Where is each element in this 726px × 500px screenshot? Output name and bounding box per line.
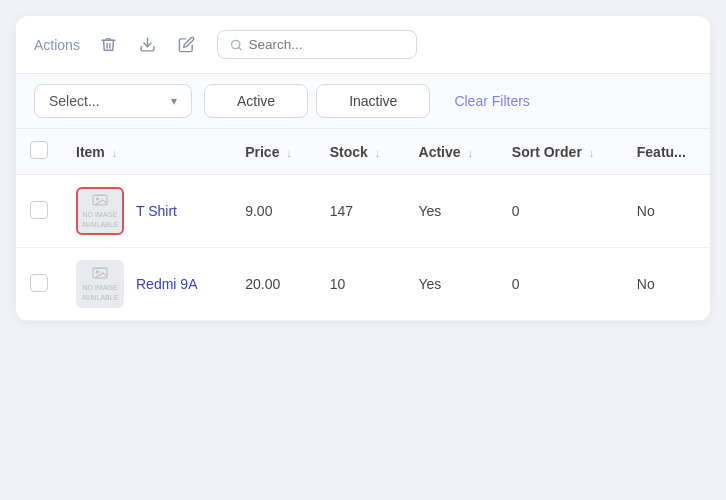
svg-point-6 xyxy=(97,271,99,273)
item-name-2: Redmi 9A xyxy=(136,276,197,292)
item-thumbnail-1: NO IMAGEAVAILABLE xyxy=(76,187,124,235)
edit-button[interactable] xyxy=(172,32,201,57)
svg-point-4 xyxy=(97,198,99,200)
item-cell-2: NO IMAGEAVAILABLE Redmi 9A xyxy=(62,248,231,321)
svg-rect-3 xyxy=(93,196,107,206)
col-header-sort-order[interactable]: Sort Order ↓ xyxy=(498,129,623,175)
sort-arrow-item: ↓ xyxy=(112,147,118,159)
svg-rect-5 xyxy=(93,269,107,279)
col-header-active[interactable]: Active ↓ xyxy=(405,129,498,175)
chevron-down-icon: ▾ xyxy=(171,94,177,108)
active-cell-1: Yes xyxy=(405,175,498,248)
filter-row: Select... ▾ Active Inactive Clear Filter… xyxy=(16,74,710,129)
items-table: Item ↓ Price ↓ Stock ↓ Active ↓ xyxy=(16,129,710,321)
search-input[interactable] xyxy=(248,37,403,52)
col-label-price: Price xyxy=(245,144,279,160)
featured-cell-2: No xyxy=(623,248,710,321)
table-row: NO IMAGEAVAILABLE T Shirt 9.00 147 Yes 0… xyxy=(16,175,710,248)
stock-cell-2: 10 xyxy=(316,248,405,321)
col-label-active: Active xyxy=(419,144,461,160)
main-container: Actions Select... ▾ Activ xyxy=(16,16,710,321)
col-label-item: Item xyxy=(76,144,105,160)
search-box xyxy=(217,30,417,59)
col-header-featured: Featu... xyxy=(623,129,710,175)
search-icon xyxy=(230,38,243,52)
sort-arrow-sort-order: ↓ xyxy=(589,147,595,159)
import-button[interactable] xyxy=(133,32,162,57)
col-label-stock: Stock xyxy=(330,144,368,160)
item-cell-1: NO IMAGEAVAILABLE T Shirt xyxy=(62,175,231,248)
svg-line-2 xyxy=(239,47,241,49)
col-label-sort-order: Sort Order xyxy=(512,144,582,160)
table-wrapper: Item ↓ Price ↓ Stock ↓ Active ↓ xyxy=(16,129,710,321)
sort-arrow-stock: ↓ xyxy=(375,147,381,159)
sort-order-cell-2: 0 xyxy=(498,248,623,321)
table-header-row: Item ↓ Price ↓ Stock ↓ Active ↓ xyxy=(16,129,710,175)
trash-icon xyxy=(100,36,117,53)
item-name-1: T Shirt xyxy=(136,203,177,219)
col-label-featured: Featu... xyxy=(637,144,686,160)
col-header-stock[interactable]: Stock ↓ xyxy=(316,129,405,175)
item-content-2: NO IMAGEAVAILABLE Redmi 9A xyxy=(76,260,217,308)
row-checkbox-cell-1[interactable] xyxy=(16,175,62,248)
col-header-item[interactable]: Item ↓ xyxy=(62,129,231,175)
active-filter-button[interactable]: Active xyxy=(204,84,308,118)
price-cell-1: 9.00 xyxy=(231,175,315,248)
select-dropdown[interactable]: Select... ▾ xyxy=(34,84,192,118)
select-all-checkbox[interactable] xyxy=(30,141,48,159)
sort-arrow-price: ↓ xyxy=(286,147,292,159)
download-icon xyxy=(139,36,156,53)
sort-order-cell-1: 0 xyxy=(498,175,623,248)
row-checkbox-1[interactable] xyxy=(30,201,48,219)
stock-cell-1: 147 xyxy=(316,175,405,248)
table-row: NO IMAGEAVAILABLE Redmi 9A 20.00 10 Yes … xyxy=(16,248,710,321)
price-cell-2: 20.00 xyxy=(231,248,315,321)
item-thumbnail-2: NO IMAGEAVAILABLE xyxy=(76,260,124,308)
featured-cell-1: No xyxy=(623,175,710,248)
row-checkbox-cell-2[interactable] xyxy=(16,248,62,321)
inactive-filter-button[interactable]: Inactive xyxy=(316,84,430,118)
delete-button[interactable] xyxy=(94,32,123,57)
pencil-icon xyxy=(178,36,195,53)
sort-arrow-active: ↓ xyxy=(467,147,473,159)
col-header-price[interactable]: Price ↓ xyxy=(231,129,315,175)
active-cell-2: Yes xyxy=(405,248,498,321)
row-checkbox-2[interactable] xyxy=(30,274,48,292)
clear-filters-button[interactable]: Clear Filters xyxy=(444,85,539,117)
no-image-icon-2 xyxy=(91,266,109,280)
select-placeholder: Select... xyxy=(49,93,100,109)
no-image-icon-1 xyxy=(91,193,109,207)
item-content-1: NO IMAGEAVAILABLE T Shirt xyxy=(76,187,217,235)
actions-label: Actions xyxy=(34,37,80,53)
toolbar: Actions xyxy=(16,16,710,74)
select-all-header[interactable] xyxy=(16,129,62,175)
